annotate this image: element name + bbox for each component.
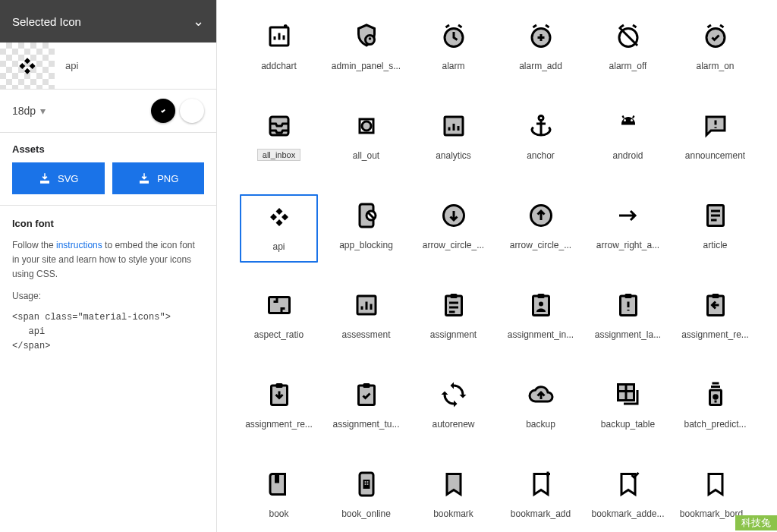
icon-label: assignment_in... bbox=[508, 329, 574, 340]
icon-cell-all_inbox[interactable]: all_inboxall_inbox bbox=[240, 105, 318, 173]
icon-cell-backup_table[interactable]: backup_table bbox=[589, 373, 667, 442]
icon-cell-arrow_circle_down[interactable]: arrow_circle_... bbox=[414, 194, 492, 263]
book_online-icon bbox=[350, 467, 383, 501]
icon-label: book_online bbox=[341, 508, 391, 519]
alarm_add-icon bbox=[524, 20, 558, 53]
icon-cell-alarm_on[interactable]: alarm_on bbox=[676, 15, 754, 83]
icon-cell-anchor[interactable]: anchor bbox=[502, 105, 580, 173]
all_inbox-icon bbox=[263, 109, 296, 143]
icon-cell-arrow_circle_up[interactable]: arrow_circle_... bbox=[502, 194, 580, 263]
icon-cell-app_blocking[interactable]: app_blocking bbox=[327, 194, 405, 263]
icon-cell-assignment_return[interactable]: assignment_re... bbox=[676, 284, 754, 352]
icon-label: app_blocking bbox=[339, 240, 393, 250]
assignment_return-icon bbox=[699, 288, 732, 322]
icon-cell-arrow_right_alt[interactable]: arrow_right_a... bbox=[589, 194, 667, 263]
icon-label: assignment_la... bbox=[595, 329, 661, 340]
icon-grid: addchartadmin_panel_s...alarmalarm_addal… bbox=[240, 15, 754, 531]
icon-cell-assignment_late[interactable]: assignment_la... bbox=[589, 284, 667, 352]
icon-cell-aspect_ratio[interactable]: aspect_ratio bbox=[240, 284, 318, 352]
icon-grid-scroll[interactable]: addchartadmin_panel_s...alarmalarm_addal… bbox=[217, 0, 777, 532]
iconfont-desc: Follow the instructions to embed the ico… bbox=[12, 238, 204, 282]
assignment_ind-icon bbox=[524, 288, 558, 322]
sidebar: Selected Icon ⌄ api 18dp ▾ Assets bbox=[0, 0, 217, 532]
alarm_on-icon bbox=[699, 20, 732, 53]
download-png-button[interactable]: PNG bbox=[112, 162, 205, 194]
announcement-icon bbox=[699, 109, 732, 143]
download-icon bbox=[38, 172, 52, 185]
icon-label: alarm_off bbox=[609, 61, 647, 71]
icon-label: bookmark bbox=[433, 508, 473, 519]
iconfont-block: Icon font Follow the instructions to emb… bbox=[0, 206, 216, 364]
icon-cell-all_out[interactable]: all_out bbox=[327, 105, 405, 173]
size-row: 18dp ▾ bbox=[0, 90, 216, 133]
download-icon bbox=[137, 172, 151, 185]
api-icon bbox=[263, 200, 296, 234]
download-svg-button[interactable]: SVG bbox=[12, 162, 105, 194]
icon-label: backup_table bbox=[601, 419, 655, 430]
assets-block: Assets SVG PNG bbox=[0, 133, 216, 206]
icon-label: api bbox=[272, 241, 285, 252]
analytics-icon bbox=[437, 109, 470, 143]
icon-label: backup bbox=[526, 419, 555, 430]
icon-preview-row: api bbox=[0, 42, 216, 90]
icon-cell-addchart[interactable]: addchart bbox=[240, 15, 318, 83]
article-icon bbox=[699, 199, 732, 232]
size-select[interactable]: 18dp ▾ bbox=[12, 105, 46, 117]
iconfont-title: Icon font bbox=[12, 216, 204, 232]
icon-cell-analytics[interactable]: analytics bbox=[414, 105, 492, 173]
icon-cell-backup[interactable]: backup bbox=[502, 373, 580, 442]
bookmark_border-icon bbox=[699, 467, 732, 501]
icon-cell-bookmark_added[interactable]: bookmark_adde... bbox=[589, 463, 667, 531]
alarm_off-icon bbox=[612, 20, 645, 53]
selected-icon-header[interactable]: Selected Icon ⌄ bbox=[0, 0, 216, 42]
icon-label: alarm_on bbox=[696, 61, 734, 71]
assignment_turned_in-icon bbox=[350, 378, 383, 411]
assessment-icon bbox=[350, 288, 383, 322]
icon-label: arrow_circle_... bbox=[423, 240, 484, 250]
icon-cell-assignment_ind[interactable]: assignment_in... bbox=[502, 284, 580, 352]
instructions-link[interactable]: instructions bbox=[56, 240, 102, 250]
icon-label: arrow_circle_... bbox=[510, 240, 571, 250]
icon-cell-autorenew[interactable]: autorenew bbox=[414, 373, 492, 442]
icon-cell-book_online[interactable]: book_online bbox=[327, 463, 405, 531]
icon-label: alarm bbox=[442, 61, 464, 71]
icon-cell-assignment_turned_in[interactable]: assignment_tu... bbox=[327, 373, 405, 442]
admin_panel_settings-icon bbox=[350, 20, 383, 53]
icon-cell-assignment[interactable]: assignment bbox=[414, 284, 492, 352]
alarm-icon bbox=[437, 20, 470, 53]
aspect_ratio-icon bbox=[263, 288, 296, 322]
icon-cell-announcement[interactable]: announcement bbox=[676, 105, 754, 173]
icon-cell-android[interactable]: android bbox=[589, 105, 667, 173]
chevron-down-icon: ⌄ bbox=[193, 13, 204, 30]
icon-cell-alarm_add[interactable]: alarm_add bbox=[502, 15, 580, 83]
usage-label: Usage: bbox=[12, 289, 204, 304]
icon-label: assignment_re... bbox=[681, 329, 749, 340]
color-swatch-black[interactable] bbox=[151, 99, 175, 123]
icon-cell-article[interactable]: article bbox=[676, 194, 754, 263]
icon-cell-assessment[interactable]: assessment bbox=[327, 284, 405, 352]
icon-label: bookmark_adde... bbox=[591, 508, 664, 519]
autorenew-icon bbox=[437, 378, 470, 411]
all_out-icon bbox=[350, 109, 383, 143]
color-swatch-white[interactable] bbox=[180, 99, 204, 123]
icon-cell-batch_prediction[interactable]: batch_predict... bbox=[676, 373, 754, 442]
arrow_right_alt-icon bbox=[612, 199, 645, 232]
book-icon bbox=[263, 467, 296, 501]
icon-label: batch_predict... bbox=[684, 419, 746, 430]
icon-cell-alarm_off[interactable]: alarm_off bbox=[589, 15, 667, 83]
icon-cell-api[interactable]: api bbox=[240, 194, 318, 263]
assignment_returned-icon bbox=[263, 378, 296, 411]
icon-cell-bookmark_add[interactable]: bookmark_add bbox=[502, 463, 580, 531]
icon-cell-bookmark[interactable]: bookmark bbox=[414, 463, 492, 531]
icon-cell-admin_panel_settings[interactable]: admin_panel_s... bbox=[327, 15, 405, 83]
icon-cell-assignment_returned[interactable]: assignment_re... bbox=[240, 373, 318, 442]
icon-label: announcement bbox=[685, 150, 745, 161]
icon-label: anchor bbox=[527, 150, 555, 161]
android-icon bbox=[612, 109, 645, 143]
icon-label: book bbox=[269, 508, 288, 519]
assignment-icon bbox=[437, 288, 470, 322]
icon-label: article bbox=[703, 240, 727, 250]
anchor-icon bbox=[524, 109, 558, 143]
icon-cell-book[interactable]: book bbox=[240, 463, 318, 531]
icon-cell-alarm[interactable]: alarm bbox=[414, 15, 492, 83]
